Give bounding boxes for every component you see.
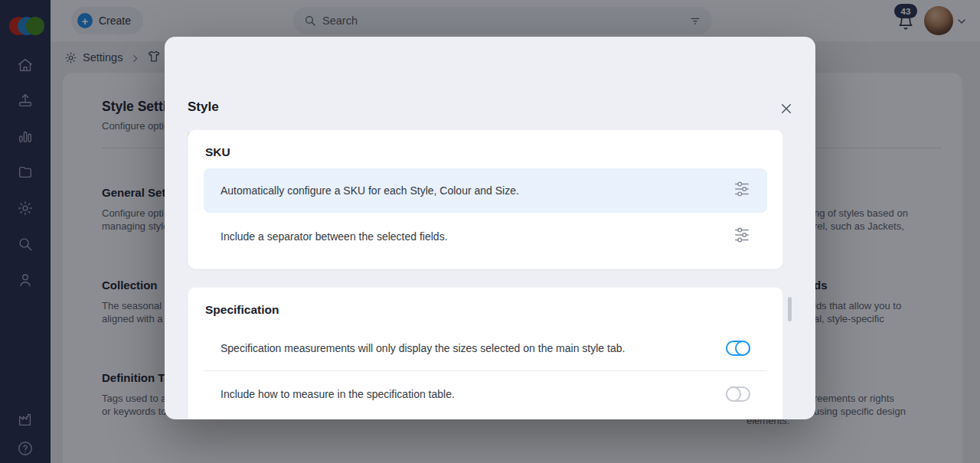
sliders-icon[interactable] [733,227,750,246]
toggle-on[interactable] [726,341,750,356]
setting-label: Include a separator between the selected… [220,230,448,243]
specification-section-title: Specification [205,303,767,317]
modal-title: Style [188,99,219,115]
close-icon[interactable] [779,101,794,116]
modal-scrollbar-thumb[interactable] [788,297,792,321]
setting-row-how-to-measure[interactable]: Include how to measure in the specificat… [204,371,767,417]
specification-section-card: Specification Specification measurements… [188,287,783,419]
toggle-knob [726,386,741,402]
toggle-knob [735,341,750,356]
sku-section-title: SKU [205,145,767,159]
style-settings-modal: Style Central controls for the overall f… [165,37,815,419]
setting-label: Automatically configure a SKU for each S… [220,184,519,197]
sku-section-card: SKU Automatically configure a SKU for ea… [188,129,783,269]
setting-row-spec-sizes[interactable]: Specification measurements will only dis… [204,326,767,370]
setting-row-separator[interactable]: Include a separator between the selected… [204,213,767,260]
setting-row-auto-sku[interactable]: Automatically configure a SKU for each S… [204,168,767,213]
setting-label: Include how to measure in the specificat… [220,388,455,400]
toggle-off[interactable] [726,386,750,402]
setting-label: Specification measurements will only dis… [220,342,625,354]
sliders-icon[interactable] [733,181,750,201]
